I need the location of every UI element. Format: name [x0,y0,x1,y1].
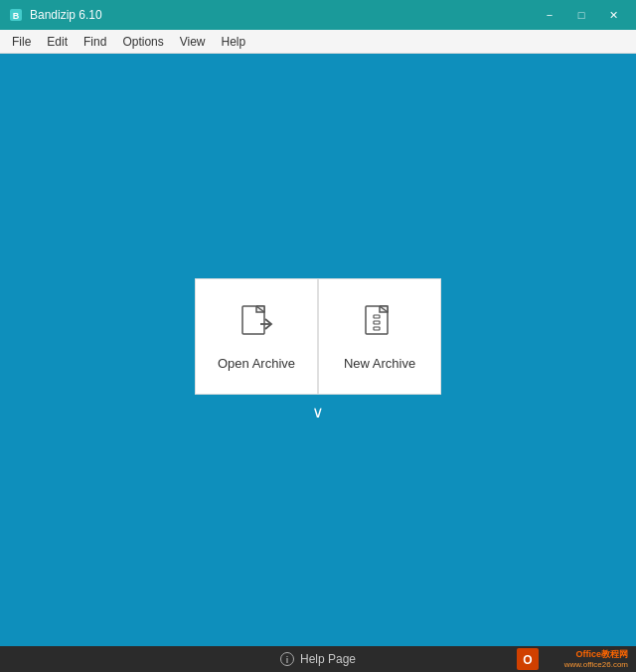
new-archive-icon [358,302,401,346]
title-bar: B Bandizip 6.10 − □ ✕ [0,0,636,30]
expand-chevron[interactable]: ∨ [312,403,324,421]
svg-text:B: B [13,11,20,21]
minimize-button[interactable]: − [535,5,564,25]
button-panel: Open Archive New Archive ∨ [195,278,441,421]
menu-find[interactable]: Find [76,31,114,53]
menu-bar: File Edit Find Options View Help [0,30,636,54]
app-title: Bandizip 6.10 [30,8,102,22]
menu-options[interactable]: Options [114,31,171,53]
new-archive-button[interactable]: New Archive [318,278,441,395]
open-archive-label: Open Archive [218,356,295,371]
open-archive-button[interactable]: Open Archive [195,278,318,395]
title-bar-left: B Bandizip 6.10 [8,7,102,23]
svg-text:i: i [286,655,289,665]
watermark-brand: Office教程网 [575,649,628,660]
svg-text:O: O [523,653,532,667]
main-content: Open Archive New Archive ∨ [0,54,636,646]
open-archive-icon [235,302,278,346]
title-bar-controls: − □ ✕ [535,5,628,25]
help-page-label[interactable]: Help Page [300,652,356,666]
close-button[interactable]: ✕ [598,5,628,25]
maximize-button[interactable]: □ [566,5,596,25]
menu-file[interactable]: File [4,31,39,53]
status-bar: i Help Page O Office教程网 www.office26.com [0,646,636,672]
button-row: Open Archive New Archive [195,278,441,395]
app-icon: B [8,7,24,23]
watermark-site: www.office26.com [564,660,628,670]
ms-office-icon: O [517,648,539,670]
watermark: O Office教程网 www.office26.com [549,646,628,672]
info-icon: i [280,652,294,666]
new-archive-label: New Archive [344,356,415,371]
menu-view[interactable]: View [172,31,214,53]
menu-edit[interactable]: Edit [39,31,76,53]
menu-help[interactable]: Help [214,31,254,53]
